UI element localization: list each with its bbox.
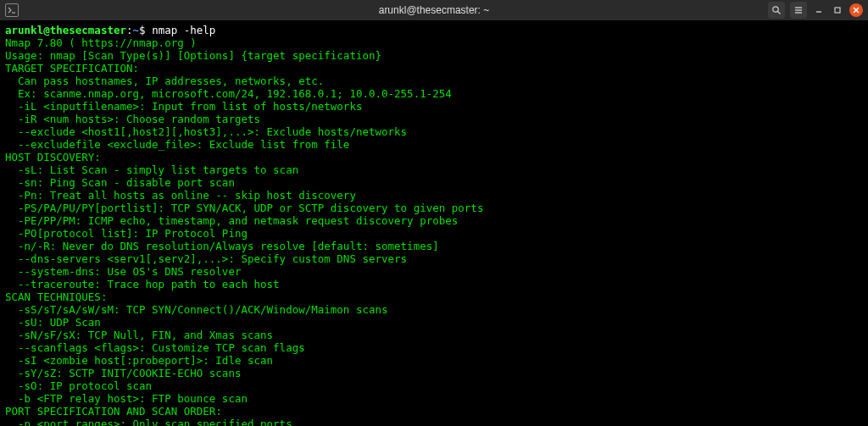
prompt-dollar: $ (139, 24, 152, 36)
svg-line-2 (778, 12, 781, 14)
svg-rect-7 (835, 8, 840, 13)
prompt-path: ~ (133, 24, 140, 36)
window-titlebar: arunkl@thesecmaster: ~ (0, 0, 868, 20)
terminal-body[interactable]: arunkl@thesecmaster:~$ nmap -help Nmap 7… (0, 20, 868, 426)
prompt-separator-colon: : (126, 24, 133, 36)
minimize-button[interactable] (812, 3, 826, 17)
search-button[interactable] (768, 2, 785, 19)
window-title: arunkl@thesecmaster: ~ (0, 4, 868, 16)
titlebar-controls (768, 2, 868, 19)
hamburger-menu-button[interactable] (790, 2, 807, 19)
prompt-user-host: arunkl@thesecmaster (5, 24, 126, 36)
maximize-button[interactable] (831, 3, 844, 17)
terminal-icon (5, 3, 19, 17)
command-output: Nmap 7.80 ( https://nmap.org ) Usage: nm… (5, 36, 483, 426)
titlebar-app-icon-slot (0, 3, 24, 17)
svg-point-1 (773, 7, 778, 12)
close-button[interactable] (849, 3, 863, 17)
entered-command: nmap -help (152, 24, 215, 36)
